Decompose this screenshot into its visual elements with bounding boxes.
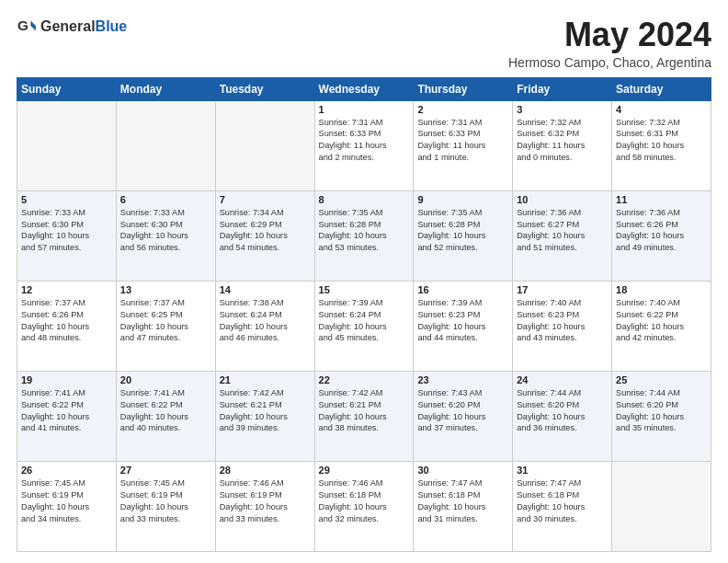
title-block: May 2024 Hermoso Campo, Chaco, Argentina bbox=[508, 17, 711, 70]
day-number: 26 bbox=[21, 465, 112, 476]
day-info: Sunrise: 7:40 AMSunset: 6:23 PMDaylight:… bbox=[517, 297, 608, 345]
table-row: 8Sunrise: 7:35 AMSunset: 6:28 PMDaylight… bbox=[314, 190, 414, 281]
day-number: 31 bbox=[517, 465, 608, 476]
table-row: 14Sunrise: 7:38 AMSunset: 6:24 PMDayligh… bbox=[215, 281, 314, 371]
table-row: 25Sunrise: 7:44 AMSunset: 6:20 PMDayligh… bbox=[612, 371, 711, 461]
table-row: 5Sunrise: 7:33 AMSunset: 6:30 PMDaylight… bbox=[17, 190, 117, 281]
table-row bbox=[612, 461, 711, 551]
day-info: Sunrise: 7:44 AMSunset: 6:20 PMDaylight:… bbox=[517, 387, 608, 435]
table-row: 20Sunrise: 7:41 AMSunset: 6:22 PMDayligh… bbox=[116, 371, 215, 461]
day-number: 12 bbox=[21, 284, 112, 295]
day-info: Sunrise: 7:34 AMSunset: 6:29 PMDaylight:… bbox=[220, 207, 311, 255]
day-number: 27 bbox=[120, 465, 211, 476]
logo-blue: Blue bbox=[96, 18, 128, 34]
table-row: 4Sunrise: 7:32 AMSunset: 6:31 PMDaylight… bbox=[612, 100, 711, 190]
col-wednesday: Wednesday bbox=[314, 77, 414, 100]
table-row: 13Sunrise: 7:37 AMSunset: 6:25 PMDayligh… bbox=[116, 281, 215, 371]
day-number: 5 bbox=[21, 194, 112, 205]
table-row: 6Sunrise: 7:33 AMSunset: 6:30 PMDaylight… bbox=[116, 190, 215, 281]
day-info: Sunrise: 7:40 AMSunset: 6:22 PMDaylight:… bbox=[616, 297, 707, 345]
day-number: 7 bbox=[220, 194, 311, 205]
day-info: Sunrise: 7:47 AMSunset: 6:18 PMDaylight:… bbox=[417, 477, 508, 525]
calendar-row: 5Sunrise: 7:33 AMSunset: 6:30 PMDaylight… bbox=[17, 190, 711, 281]
day-number: 20 bbox=[120, 374, 211, 385]
table-row: 22Sunrise: 7:42 AMSunset: 6:21 PMDayligh… bbox=[314, 371, 414, 461]
day-number: 6 bbox=[120, 194, 211, 205]
day-info: Sunrise: 7:35 AMSunset: 6:28 PMDaylight:… bbox=[417, 207, 508, 255]
table-row: 3Sunrise: 7:32 AMSunset: 6:32 PMDaylight… bbox=[513, 100, 612, 190]
day-info: Sunrise: 7:46 AMSunset: 6:19 PMDaylight:… bbox=[220, 477, 311, 525]
table-row: 27Sunrise: 7:45 AMSunset: 6:19 PMDayligh… bbox=[116, 461, 215, 551]
day-info: Sunrise: 7:36 AMSunset: 6:27 PMDaylight:… bbox=[517, 207, 608, 255]
logo: G GeneralBlue bbox=[17, 17, 127, 37]
table-row: 17Sunrise: 7:40 AMSunset: 6:23 PMDayligh… bbox=[513, 281, 612, 371]
day-number: 13 bbox=[120, 284, 211, 295]
table-row: 16Sunrise: 7:39 AMSunset: 6:23 PMDayligh… bbox=[414, 281, 513, 371]
calendar-row: 26Sunrise: 7:45 AMSunset: 6:19 PMDayligh… bbox=[17, 461, 711, 551]
col-monday: Monday bbox=[116, 77, 215, 100]
table-row: 24Sunrise: 7:44 AMSunset: 6:20 PMDayligh… bbox=[513, 371, 612, 461]
day-number: 18 bbox=[616, 284, 707, 295]
logo-icon: G bbox=[17, 17, 37, 37]
table-row: 1Sunrise: 7:31 AMSunset: 6:33 PMDaylight… bbox=[314, 100, 414, 190]
table-row: 31Sunrise: 7:47 AMSunset: 6:18 PMDayligh… bbox=[513, 461, 612, 551]
table-row: 7Sunrise: 7:34 AMSunset: 6:29 PMDaylight… bbox=[215, 190, 314, 281]
logo-general: General bbox=[40, 18, 96, 34]
day-number: 15 bbox=[319, 284, 410, 295]
day-info: Sunrise: 7:43 AMSunset: 6:20 PMDaylight:… bbox=[417, 387, 508, 435]
month-title: May 2024 bbox=[508, 17, 711, 53]
table-row: 19Sunrise: 7:41 AMSunset: 6:22 PMDayligh… bbox=[17, 371, 117, 461]
subtitle: Hermoso Campo, Chaco, Argentina bbox=[508, 55, 711, 70]
calendar-row: 19Sunrise: 7:41 AMSunset: 6:22 PMDayligh… bbox=[17, 371, 711, 461]
day-info: Sunrise: 7:42 AMSunset: 6:21 PMDaylight:… bbox=[220, 387, 311, 435]
day-number: 28 bbox=[220, 465, 311, 476]
day-info: Sunrise: 7:32 AMSunset: 6:32 PMDaylight:… bbox=[517, 117, 608, 165]
svg-text:G: G bbox=[17, 17, 28, 33]
day-info: Sunrise: 7:44 AMSunset: 6:20 PMDaylight:… bbox=[616, 387, 707, 435]
table-row bbox=[116, 100, 215, 190]
table-row: 18Sunrise: 7:40 AMSunset: 6:22 PMDayligh… bbox=[612, 281, 711, 371]
header-row: Sunday Monday Tuesday Wednesday Thursday… bbox=[17, 77, 711, 100]
day-number: 21 bbox=[220, 374, 311, 385]
day-info: Sunrise: 7:33 AMSunset: 6:30 PMDaylight:… bbox=[120, 207, 211, 255]
day-number: 30 bbox=[417, 465, 508, 476]
day-number: 10 bbox=[517, 194, 608, 205]
day-info: Sunrise: 7:36 AMSunset: 6:26 PMDaylight:… bbox=[616, 207, 707, 255]
day-number: 16 bbox=[417, 284, 508, 295]
day-info: Sunrise: 7:41 AMSunset: 6:22 PMDaylight:… bbox=[21, 387, 112, 435]
day-number: 1 bbox=[319, 104, 410, 115]
day-number: 14 bbox=[220, 284, 311, 295]
page: G GeneralBlue May 2024 Hermoso Campo, Ch… bbox=[0, 0, 728, 563]
day-number: 23 bbox=[417, 374, 508, 385]
day-info: Sunrise: 7:33 AMSunset: 6:30 PMDaylight:… bbox=[21, 207, 112, 255]
logo-text: GeneralBlue bbox=[40, 18, 127, 35]
table-row: 23Sunrise: 7:43 AMSunset: 6:20 PMDayligh… bbox=[414, 371, 513, 461]
day-info: Sunrise: 7:39 AMSunset: 6:24 PMDaylight:… bbox=[319, 297, 410, 345]
day-info: Sunrise: 7:31 AMSunset: 6:33 PMDaylight:… bbox=[319, 117, 410, 165]
col-sunday: Sunday bbox=[17, 77, 117, 100]
table-row: 11Sunrise: 7:36 AMSunset: 6:26 PMDayligh… bbox=[612, 190, 711, 281]
table-row: 26Sunrise: 7:45 AMSunset: 6:19 PMDayligh… bbox=[17, 461, 117, 551]
day-info: Sunrise: 7:32 AMSunset: 6:31 PMDaylight:… bbox=[616, 117, 707, 165]
day-number: 17 bbox=[517, 284, 608, 295]
day-number: 3 bbox=[517, 104, 608, 115]
day-number: 24 bbox=[517, 374, 608, 385]
header: G GeneralBlue May 2024 Hermoso Campo, Ch… bbox=[17, 17, 711, 70]
day-number: 8 bbox=[319, 194, 410, 205]
svg-marker-2 bbox=[30, 26, 36, 31]
calendar-row: 12Sunrise: 7:37 AMSunset: 6:26 PMDayligh… bbox=[17, 281, 711, 371]
day-number: 4 bbox=[616, 104, 707, 115]
day-info: Sunrise: 7:45 AMSunset: 6:19 PMDaylight:… bbox=[21, 477, 112, 525]
day-info: Sunrise: 7:41 AMSunset: 6:22 PMDaylight:… bbox=[120, 387, 211, 435]
day-number: 25 bbox=[616, 374, 707, 385]
table-row: 15Sunrise: 7:39 AMSunset: 6:24 PMDayligh… bbox=[314, 281, 414, 371]
day-info: Sunrise: 7:39 AMSunset: 6:23 PMDaylight:… bbox=[417, 297, 508, 345]
svg-marker-1 bbox=[30, 20, 36, 26]
day-number: 2 bbox=[417, 104, 508, 115]
day-number: 29 bbox=[319, 465, 410, 476]
day-number: 19 bbox=[21, 374, 112, 385]
table-row: 12Sunrise: 7:37 AMSunset: 6:26 PMDayligh… bbox=[17, 281, 117, 371]
table-row: 21Sunrise: 7:42 AMSunset: 6:21 PMDayligh… bbox=[215, 371, 314, 461]
table-row: 28Sunrise: 7:46 AMSunset: 6:19 PMDayligh… bbox=[215, 461, 314, 551]
day-info: Sunrise: 7:42 AMSunset: 6:21 PMDaylight:… bbox=[319, 387, 410, 435]
